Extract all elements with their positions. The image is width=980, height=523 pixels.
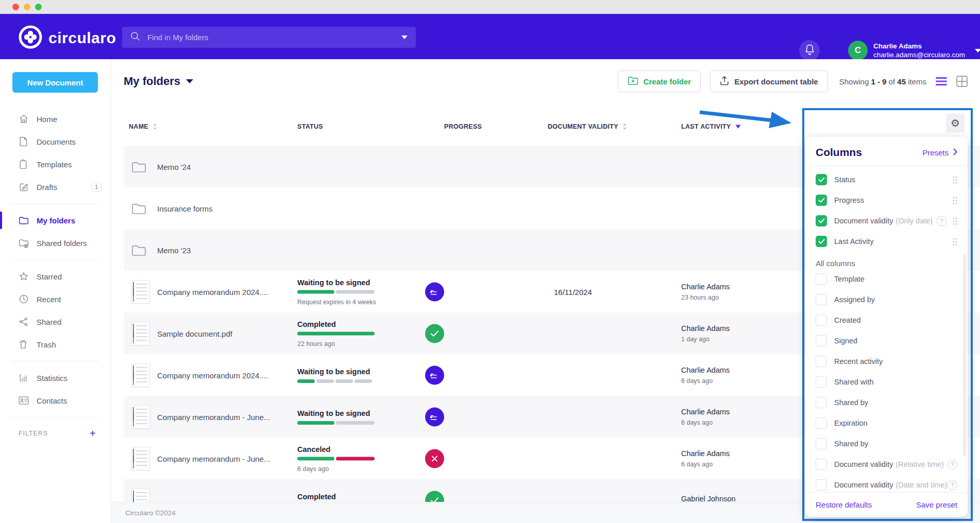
- page-title-dropdown[interactable]: My folders: [124, 75, 193, 88]
- minimize-window-button[interactable]: [24, 4, 30, 10]
- search-input[interactable]: [146, 32, 401, 42]
- unchecked-checkbox[interactable]: [816, 273, 827, 285]
- share-icon: [19, 317, 29, 327]
- column-header-document-validity[interactable]: DOCUMENT VALIDITY: [548, 123, 627, 130]
- zoom-window-button[interactable]: [35, 4, 42, 10]
- search-scope-caret-icon[interactable]: [401, 36, 408, 39]
- column-label: PROGRESS: [444, 123, 482, 130]
- column-toggle-shared-by[interactable]: Shared by: [816, 392, 957, 413]
- column-toggle-status[interactable]: Status: [816, 169, 957, 190]
- sidebar-item-label: Contacts: [37, 396, 67, 405]
- close-window-button[interactable]: [12, 4, 19, 10]
- column-option-label: Document validity: [834, 460, 893, 468]
- column-toggle-signed[interactable]: Signed: [816, 330, 957, 351]
- sidebar-item-starred[interactable]: Starred: [0, 265, 111, 288]
- column-option-suffix: (Date and time): [895, 481, 947, 489]
- unchecked-checkbox[interactable]: [816, 335, 827, 346]
- checked-checkbox[interactable]: [816, 174, 827, 185]
- column-option-label: Document validity: [834, 481, 893, 489]
- unchecked-checkbox[interactable]: [816, 315, 827, 326]
- sidebar-item-shared-folders[interactable]: Shared folders: [0, 232, 111, 254]
- column-toggle-created[interactable]: Created: [816, 310, 957, 330]
- activity-user: Charlie Adams: [681, 408, 730, 416]
- column-toggle-progress[interactable]: Progress: [816, 190, 957, 211]
- unchecked-checkbox[interactable]: [816, 438, 827, 449]
- sidebar-item-statistics[interactable]: Statistics: [0, 367, 111, 389]
- sidebar-item-home[interactable]: Home: [0, 108, 111, 130]
- column-option-label: Progress: [834, 196, 864, 204]
- activity-time: 6 days ago: [681, 377, 730, 385]
- panel-scrollbar[interactable]: [963, 254, 966, 456]
- info-icon[interactable]: ?: [937, 216, 947, 226]
- column-header-name[interactable]: NAME: [129, 123, 157, 130]
- sidebar-item-templates[interactable]: Templates: [0, 153, 111, 176]
- sidebar-item-shared[interactable]: Shared: [0, 310, 111, 333]
- macos-titlebar: [0, 0, 980, 14]
- drag-handle[interactable]: [953, 238, 957, 246]
- checked-checkbox[interactable]: [816, 236, 827, 247]
- grid-view-button[interactable]: [956, 76, 968, 87]
- column-toggle-document-validity-only-date[interactable]: Document validity(Only date)?: [816, 211, 957, 231]
- status-text: Waiting to be signed: [297, 368, 387, 376]
- restore-defaults-link[interactable]: Restore defaults: [816, 500, 872, 509]
- column-toggle-expiration[interactable]: Expiration: [816, 413, 957, 433]
- column-header-status[interactable]: STATUS: [297, 123, 323, 130]
- column-header-last-activity[interactable]: LAST ACTIVITY: [681, 123, 741, 130]
- checked-checkbox[interactable]: [816, 195, 827, 206]
- column-toggle-document-validity-relative-time[interactable]: Document validity(Relative time)?: [816, 454, 957, 475]
- notifications-button[interactable]: [799, 40, 820, 61]
- status-text: Waiting to be signed: [297, 409, 387, 417]
- drag-handle[interactable]: [953, 217, 957, 225]
- unchecked-checkbox[interactable]: [816, 294, 827, 305]
- presets-link[interactable]: Presets: [922, 148, 957, 157]
- info-icon[interactable]: ?: [948, 460, 957, 469]
- sidebar-item-label: Shared: [37, 318, 61, 326]
- progress-segment: [336, 421, 375, 425]
- user-menu[interactable]: C Charlie Adams charlie.adams@circularo.…: [848, 41, 980, 60]
- unchecked-checkbox[interactable]: [816, 417, 827, 429]
- drag-handle[interactable]: [953, 176, 957, 184]
- column-settings-button[interactable]: ⚙: [946, 114, 965, 132]
- drag-handle[interactable]: [953, 197, 957, 204]
- checked-checkbox[interactable]: [816, 215, 827, 226]
- column-toggle-shared-with[interactable]: Shared with: [816, 372, 957, 392]
- column-toggle-document-validity-date-and-time[interactable]: Document validity(Date and time)?: [816, 475, 957, 492]
- sidebar-item-drafts[interactable]: Drafts1: [0, 176, 111, 198]
- column-toggle-last-activity[interactable]: Last Activity: [816, 231, 957, 252]
- column-toggle-recent-activity[interactable]: Recent activity: [816, 351, 957, 372]
- user-menu-caret-icon: [975, 49, 980, 53]
- add-filter-button[interactable]: +: [90, 430, 96, 437]
- chevron-right-icon: [953, 148, 957, 157]
- list-view-button[interactable]: [936, 77, 947, 85]
- activity-user: Charlie Adams: [681, 449, 730, 458]
- new-document-button[interactable]: New Document: [12, 72, 98, 93]
- column-toggle-assigned-by[interactable]: Assigned by: [816, 289, 957, 310]
- create-folder-button[interactable]: Create folder: [618, 71, 701, 92]
- unchecked-checkbox[interactable]: [816, 459, 827, 470]
- export-document-table-button[interactable]: Export document table: [710, 71, 828, 92]
- column-header-progress[interactable]: PROGRESS: [444, 123, 482, 130]
- unchecked-checkbox[interactable]: [816, 479, 827, 491]
- unchecked-checkbox[interactable]: [816, 376, 827, 388]
- activity-time: 6 days ago: [681, 419, 730, 426]
- info-icon[interactable]: ?: [948, 480, 957, 490]
- sort-icon: [153, 123, 157, 130]
- sidebar-item-trash[interactable]: Trash: [0, 333, 111, 356]
- sidebar-item-documents[interactable]: Documents: [0, 130, 111, 153]
- items-count: Showing 1 - 9 of 45 items: [839, 77, 926, 86]
- sidebar-item-recent[interactable]: Recent: [0, 288, 111, 310]
- column-toggle-shared-by[interactable]: Shared by: [816, 433, 957, 454]
- app-window: circularo C Charlie Adams charlie.adams@…: [0, 0, 980, 523]
- sidebar-item-my-folders[interactable]: My folders: [0, 209, 111, 232]
- sidebar-item-contacts[interactable]: Contacts: [0, 389, 111, 412]
- column-toggle-template[interactable]: Template: [816, 269, 957, 289]
- sidebar-divider: [12, 417, 98, 417]
- user-avatar: C: [848, 41, 868, 60]
- circularo-logo[interactable]: circularo: [19, 25, 116, 51]
- unchecked-checkbox[interactable]: [816, 397, 827, 408]
- count-badge: 1: [91, 182, 102, 191]
- page-title: My folders: [124, 75, 180, 88]
- sidebar-item-label: Documents: [37, 137, 76, 146]
- save-preset-link[interactable]: Save preset: [916, 500, 957, 509]
- unchecked-checkbox[interactable]: [816, 356, 827, 367]
